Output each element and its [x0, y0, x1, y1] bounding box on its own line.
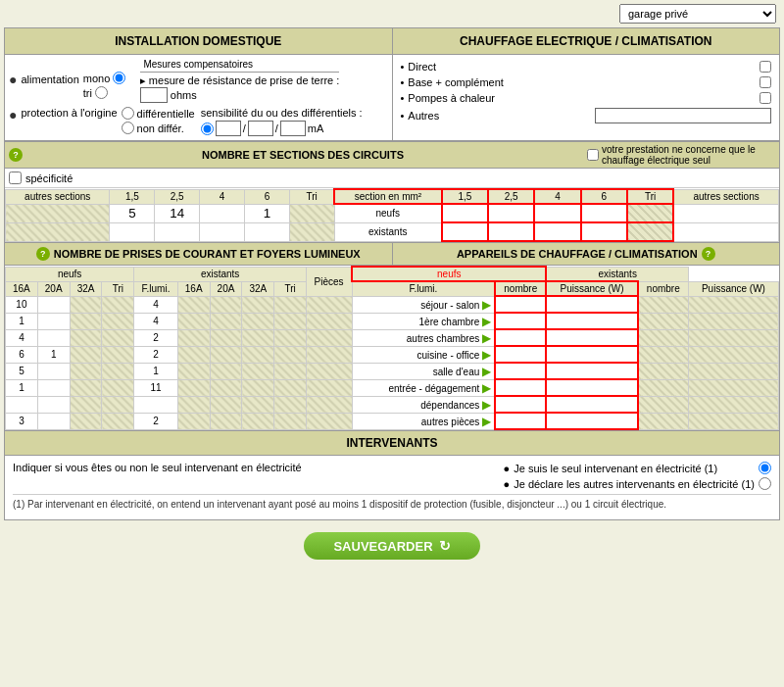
- neufs-4-left[interactable]: [200, 204, 245, 222]
- exist-6-left[interactable]: [245, 222, 290, 241]
- td-tri-n-5[interactable]: [102, 379, 134, 396]
- td-nombre-e-1[interactable]: [638, 313, 689, 329]
- td-puissance-n-4[interactable]: [546, 363, 637, 379]
- td-puissance-n-5[interactable]: [546, 379, 637, 396]
- exist-4-left[interactable]: [200, 222, 245, 241]
- neufs-tri-right[interactable]: [627, 204, 673, 222]
- td-puissance-e-2[interactable]: [688, 329, 778, 346]
- td-tri-e-1[interactable]: [274, 313, 307, 329]
- td-20a-e-7[interactable]: [210, 413, 242, 429]
- help-btn-prises[interactable]: ?: [36, 247, 50, 261]
- exist-tri-right[interactable]: [627, 222, 673, 241]
- td-tri-e-3[interactable]: [274, 346, 307, 363]
- non-differ-radio[interactable]: [122, 122, 134, 134]
- td-16a-e-4[interactable]: [177, 363, 210, 379]
- td-16a-e-0[interactable]: [177, 296, 210, 313]
- td-nombre-e-2[interactable]: [638, 329, 689, 346]
- neufs-1-5-right[interactable]: [442, 204, 488, 222]
- interv-radio-1[interactable]: [759, 462, 771, 474]
- td-flumi-n-6[interactable]: [134, 396, 178, 413]
- td-puissance-e-4[interactable]: [688, 363, 778, 379]
- td-20a-e-5[interactable]: [210, 379, 242, 396]
- td-flumi-e-3[interactable]: [307, 346, 353, 363]
- td-flumi-n-4[interactable]: [134, 363, 178, 379]
- td-nombre-e-3[interactable]: [638, 346, 689, 363]
- td-puissance-n-1[interactable]: [546, 313, 637, 329]
- td-20a-e-6[interactable]: [210, 396, 242, 413]
- td-16a-n-4[interactable]: [6, 363, 38, 379]
- td-20a-e-4[interactable]: [210, 363, 242, 379]
- resistance-input[interactable]: 25: [140, 87, 168, 103]
- td-20a-e-1[interactable]: [210, 313, 242, 329]
- td-nombre-n-4[interactable]: [495, 363, 546, 379]
- exist-1-5-right[interactable]: [442, 222, 488, 241]
- td-16a-e-7[interactable]: [177, 413, 210, 429]
- td-nombre-n-7[interactable]: [495, 413, 546, 429]
- td-tri-n-1[interactable]: [102, 313, 134, 329]
- td-20a-n-7[interactable]: [37, 413, 70, 429]
- td-puissance-n-0[interactable]: [546, 296, 637, 313]
- td-16a-n-5[interactable]: [6, 379, 38, 396]
- td-16a-e-3[interactable]: [177, 346, 210, 363]
- td-32a-n-3[interactable]: [70, 346, 102, 363]
- td-tri-n-4[interactable]: [102, 363, 134, 379]
- specificite-checkbox[interactable]: [9, 172, 22, 184]
- autres-input[interactable]: chauffage collectif de ville: [595, 108, 771, 123]
- td-nombre-n-0[interactable]: [495, 296, 546, 313]
- td-puissance-e-5[interactable]: [688, 379, 778, 396]
- td-20a-n-2[interactable]: [37, 329, 70, 346]
- td-32a-e-0[interactable]: [242, 296, 274, 313]
- td-32a-n-7[interactable]: [70, 413, 102, 429]
- td-32a-e-7[interactable]: [242, 413, 274, 429]
- td-16a-n-2[interactable]: [6, 329, 38, 346]
- td-32a-n-6[interactable]: [70, 396, 102, 413]
- td-flumi-e-4[interactable]: [307, 363, 353, 379]
- td-16a-e-1[interactable]: [177, 313, 210, 329]
- td-flumi-e-1[interactable]: [307, 313, 353, 329]
- td-nombre-e-4[interactable]: [638, 363, 689, 379]
- neufs-4-right[interactable]: [534, 204, 580, 222]
- exist-autres-left[interactable]: [6, 222, 110, 241]
- save-button[interactable]: SAUVEGARDER ↻: [304, 532, 479, 560]
- td-puissance-e-3[interactable]: [688, 346, 778, 363]
- exist-2-5-left[interactable]: [155, 222, 200, 241]
- td-nombre-e-7[interactable]: [638, 413, 689, 429]
- sensib-input-2[interactable]: 30: [248, 121, 273, 136]
- td-20a-n-4[interactable]: [37, 363, 70, 379]
- help-btn-circuits[interactable]: ?: [9, 148, 23, 162]
- sensib-input-3[interactable]: 30: [280, 121, 306, 136]
- td-tri-e-4[interactable]: [274, 363, 307, 379]
- td-flumi-e-7[interactable]: [307, 413, 353, 429]
- td-20a-n-6[interactable]: [37, 396, 70, 413]
- interv-radio-2[interactable]: [759, 477, 771, 490]
- exist-autres-right[interactable]: [673, 222, 778, 241]
- help-btn-appareils[interactable]: ?: [702, 247, 715, 261]
- td-20a-e-3[interactable]: [210, 346, 242, 363]
- td-32a-n-4[interactable]: [70, 363, 102, 379]
- sensib-input-1[interactable]: 30: [216, 121, 241, 136]
- td-nombre-n-2[interactable]: [495, 329, 546, 346]
- td-20a-e-2[interactable]: [210, 329, 242, 346]
- td-20a-n-5[interactable]: [37, 379, 70, 396]
- td-nombre-e-0[interactable]: [638, 296, 689, 313]
- td-flumi-n-5[interactable]: [134, 379, 178, 396]
- td-32a-e-5[interactable]: [242, 379, 274, 396]
- td-tri-n-7[interactable]: [102, 413, 134, 429]
- td-32a-e-6[interactable]: [242, 396, 274, 413]
- td-20a-n-3[interactable]: [37, 346, 70, 363]
- td-tri-e-0[interactable]: [274, 296, 307, 313]
- td-flumi-n-7[interactable]: [134, 413, 178, 429]
- differentielle-radio[interactable]: [122, 107, 134, 120]
- td-16a-n-1[interactable]: [6, 313, 38, 329]
- tri-radio[interactable]: [95, 86, 108, 99]
- td-puissance-e-7[interactable]: [688, 413, 778, 429]
- td-nombre-e-6[interactable]: [638, 396, 689, 413]
- location-select[interactable]: garage privé: [619, 4, 776, 24]
- td-32a-n-1[interactable]: [70, 313, 102, 329]
- td-16a-n-3[interactable]: [6, 346, 38, 363]
- exist-6-right[interactable]: [581, 222, 627, 241]
- td-puissance-n-7[interactable]: [546, 413, 637, 429]
- td-16a-e-6[interactable]: [177, 396, 210, 413]
- td-20a-n-0[interactable]: [37, 296, 70, 313]
- exist-1-5-left[interactable]: [110, 222, 155, 241]
